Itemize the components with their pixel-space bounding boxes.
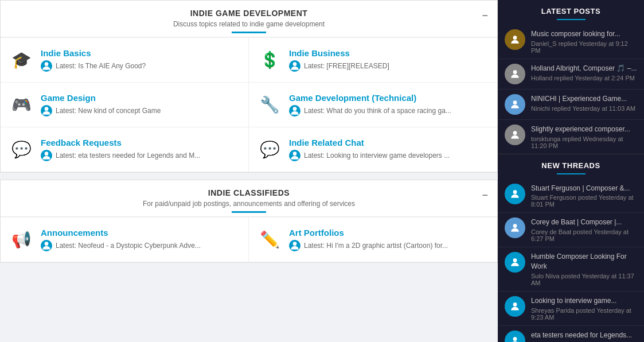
forum-icon: ✏️ bbox=[258, 230, 281, 249]
forum-item-game-dev-technical[interactable]: 🔧Game Development (Technical)Latest: Wha… bbox=[249, 83, 497, 127]
section-indie-game-dev: INDIE GAME DEVELOPMENTDiscuss topics rel… bbox=[0, 0, 498, 173]
sidebar-avatar bbox=[505, 64, 525, 84]
forum-name: Art Portfolios bbox=[289, 228, 488, 238]
forum-info: Art PortfoliosLatest: Hi I'm a 2D graphi… bbox=[289, 228, 488, 251]
sidebar-item-title: Holland Albright, Composer 🎵 –... bbox=[531, 64, 637, 73]
svg-point-13 bbox=[513, 224, 517, 228]
forum-icon: 💬 bbox=[10, 140, 33, 159]
sidebar-item-meta: Corey de Baat posted Yesterday at 6:27 P… bbox=[531, 228, 637, 242]
sidebar-item[interactable]: eta testers needed for Legends...Shreyas… bbox=[498, 326, 644, 342]
svg-point-1 bbox=[293, 62, 297, 66]
sidebar-item-title: Slightly experienced composer... bbox=[531, 125, 637, 134]
svg-point-16 bbox=[513, 337, 517, 341]
forum-info: Indie BasicsLatest: Is The AIE Any Good? bbox=[41, 48, 239, 72]
section-subtitle: Discuss topics related to indie game dev… bbox=[12, 20, 486, 28]
forum-info: AnnouncementsLatest: Neofeud - a Dystopi… bbox=[41, 228, 239, 251]
forum-name: Feedback Requests bbox=[41, 138, 239, 147]
svg-point-2 bbox=[45, 107, 49, 111]
forum-latest-text: Latest: Hi I'm a 2D graphic artist (Cart… bbox=[304, 242, 448, 250]
sidebar-item-text: Humble Composer Looking For WorkSulo Nii… bbox=[531, 252, 637, 286]
forum-icon: 📢 bbox=[10, 230, 33, 249]
forum-name: Indie Business bbox=[289, 48, 488, 58]
latest-posts-title: LATEST POSTS bbox=[498, 0, 644, 19]
new-threads-list: Stuart Ferguson | Composer &...Stuart Fe… bbox=[498, 179, 644, 342]
sidebar-item-meta: Shreyas Parida posted Yesterday at 9:23 … bbox=[531, 307, 637, 321]
forum-latest-row: Latest: eta testers needed for Legends a… bbox=[41, 150, 239, 161]
forum-latest-avatar bbox=[41, 60, 52, 72]
forum-latest-row: Latest: What do you think of a space rac… bbox=[289, 105, 488, 116]
forum-item-indie-business[interactable]: 💲Indie BusinessLatest: [FREE][RELEASED] bbox=[249, 38, 497, 83]
new-threads-title: NEW THREADS bbox=[498, 154, 644, 173]
sidebar-avatar bbox=[505, 217, 525, 238]
new-threads-section: NEW THREADS Stuart Ferguson | Composer &… bbox=[498, 154, 644, 342]
forum-name: Indie Basics bbox=[41, 48, 239, 58]
sidebar-item-title: Corey de Baat | Composer |... bbox=[531, 217, 637, 227]
sidebar-item-meta: Ninichi replied Yesterday at 11:03 AM bbox=[531, 105, 637, 112]
forum-icon: 🎓 bbox=[10, 50, 33, 69]
forum-item-indie-basics[interactable]: 🎓Indie BasicsLatest: Is The AIE Any Good… bbox=[1, 38, 249, 83]
sidebar-item-meta: Daniel_S replied Yesterday at 9:12 PM bbox=[531, 40, 637, 54]
svg-point-0 bbox=[45, 62, 49, 66]
section-collapse-button[interactable]: − bbox=[482, 10, 488, 22]
svg-point-15 bbox=[513, 302, 517, 306]
sidebar-item-title: Stuart Ferguson | Composer &... bbox=[531, 184, 637, 193]
sidebar-item-title: Music composer looking for... bbox=[531, 29, 637, 39]
sidebar-item-text: Slightly experienced composer...torsktun… bbox=[531, 125, 637, 149]
forum-latest-row: Latest: Looking to interview game develo… bbox=[289, 150, 488, 161]
sidebar-avatar bbox=[505, 125, 525, 145]
sidebar-item-text: Holland Albright, Composer 🎵 –...Holland… bbox=[531, 64, 637, 81]
sidebar-item-meta: torsktunga replied Wednesday at 11:20 PM bbox=[531, 135, 637, 149]
forum-latest-text: Latest: eta testers needed for Legends a… bbox=[56, 151, 200, 160]
forum-latest-text: Latest: Looking to interview game develo… bbox=[304, 151, 450, 160]
section-header-indie-game-dev: INDIE GAME DEVELOPMENTDiscuss topics rel… bbox=[1, 1, 497, 37]
sidebar-item-text: NINICHI | Experienced Game...Ninichi rep… bbox=[531, 94, 637, 112]
forum-name: Indie Related Chat bbox=[289, 138, 488, 147]
sidebar-item[interactable]: Slightly experienced composer...torsktun… bbox=[498, 120, 644, 154]
sidebar-item[interactable]: Holland Albright, Composer 🎵 –...Holland… bbox=[498, 59, 644, 90]
sidebar-item-text: eta testers needed for Legends...Shreyas… bbox=[531, 331, 637, 342]
sidebar-item-meta: Holland replied Yesterday at 2:24 PM bbox=[531, 75, 637, 81]
forum-icon: 💬 bbox=[258, 140, 281, 159]
forum-latest-row: Latest: New kind of concept Game bbox=[41, 105, 239, 116]
svg-point-9 bbox=[513, 70, 517, 74]
sidebar-item[interactable]: Corey de Baat | Composer |...Corey de Ba… bbox=[498, 213, 644, 247]
forum-latest-text: Latest: What do you think of a space rac… bbox=[304, 107, 451, 115]
sidebar-item[interactable]: Stuart Ferguson | Composer &...Stuart Fe… bbox=[498, 179, 644, 213]
forum-latest-avatar bbox=[289, 60, 300, 72]
forum-name: Game Design bbox=[41, 93, 239, 103]
forum-item-art-portfolios[interactable]: ✏️Art PortfoliosLatest: Hi I'm a 2D grap… bbox=[249, 217, 497, 262]
svg-point-6 bbox=[45, 242, 49, 246]
forum-item-game-design[interactable]: 🎮Game DesignLatest: New kind of concept … bbox=[1, 83, 249, 127]
forum-latest-avatar bbox=[41, 240, 52, 251]
forum-item-indie-related-chat[interactable]: 💬Indie Related ChatLatest: Looking to in… bbox=[249, 127, 497, 172]
new-threads-underline bbox=[557, 173, 586, 174]
sidebar-item-title: NINICHI | Experienced Game... bbox=[531, 94, 637, 104]
svg-point-3 bbox=[293, 107, 297, 111]
sidebar-item-text: Corey de Baat | Composer |...Corey de Ba… bbox=[531, 217, 637, 242]
sidebar-item-text: Music composer looking for...Daniel_S re… bbox=[531, 29, 637, 54]
sidebar-item-title: eta testers needed for Legends... bbox=[531, 331, 637, 340]
sidebar-item[interactable]: NINICHI | Experienced Game...Ninichi rep… bbox=[498, 90, 644, 120]
forum-item-feedback-requests[interactable]: 💬Feedback RequestsLatest: eta testers ne… bbox=[1, 127, 249, 172]
section-header-indie-classifieds: INDIE CLASSIFIEDSFor paid/unpaid job pos… bbox=[1, 180, 497, 217]
section-title: INDIE CLASSIFIEDS bbox=[12, 188, 486, 197]
forum-info: Indie BusinessLatest: [FREE][RELEASED] bbox=[289, 48, 488, 72]
forum-info: Indie Related ChatLatest: Looking to int… bbox=[289, 138, 488, 161]
forum-name: Announcements bbox=[41, 228, 239, 238]
sidebar-avatar bbox=[505, 94, 525, 115]
forum-info: Feedback RequestsLatest: eta testers nee… bbox=[41, 138, 239, 161]
svg-point-8 bbox=[513, 36, 517, 40]
forum-item-announcements[interactable]: 📢AnnouncementsLatest: Neofeud - a Dystop… bbox=[1, 217, 249, 262]
sidebar-item[interactable]: Looking to interview game...Shreyas Pari… bbox=[498, 292, 644, 326]
forum-latest-avatar bbox=[41, 105, 52, 116]
forum-latest-avatar bbox=[289, 105, 300, 116]
forum-grid: 📢AnnouncementsLatest: Neofeud - a Dystop… bbox=[1, 217, 497, 262]
sidebar-avatar bbox=[505, 184, 525, 204]
sidebar-item-title: Humble Composer Looking For Work bbox=[531, 252, 637, 271]
sidebar-item[interactable]: Music composer looking for...Daniel_S re… bbox=[498, 25, 644, 59]
forum-latest-text: Latest: New kind of concept Game bbox=[56, 107, 161, 115]
forum-latest-avatar bbox=[289, 240, 300, 251]
section-collapse-button[interactable]: − bbox=[482, 189, 488, 201]
sidebar-avatar bbox=[505, 29, 525, 50]
sidebar-item[interactable]: Humble Composer Looking For WorkSulo Nii… bbox=[498, 247, 644, 292]
